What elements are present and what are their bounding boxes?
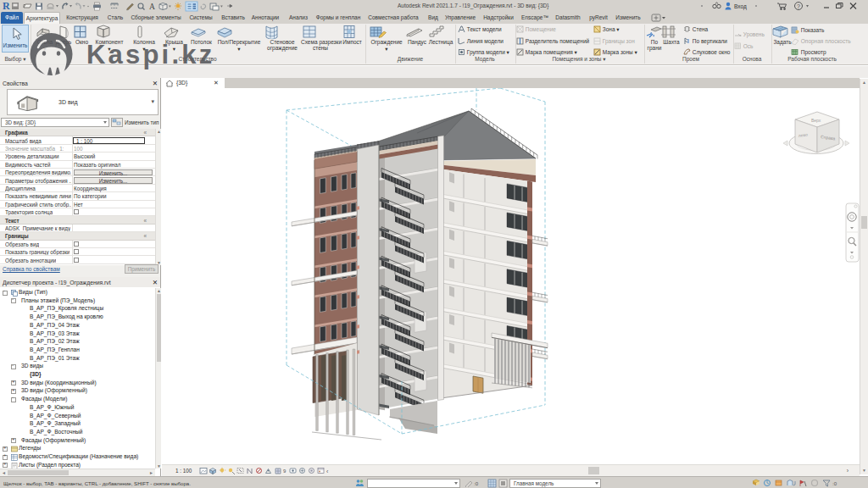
svg-text:9: 9	[283, 469, 287, 474]
svg-text:‹: ‹	[326, 468, 329, 474]
svg-text:Верх: Верх	[811, 118, 821, 123]
svg-text:A: A	[149, 3, 155, 11]
svg-text::0: :0	[832, 481, 837, 486]
svg-text:Вход: Вход	[734, 3, 747, 10]
svg-text:?: ?	[797, 3, 800, 9]
svg-text:R: R	[3, 0, 10, 12]
